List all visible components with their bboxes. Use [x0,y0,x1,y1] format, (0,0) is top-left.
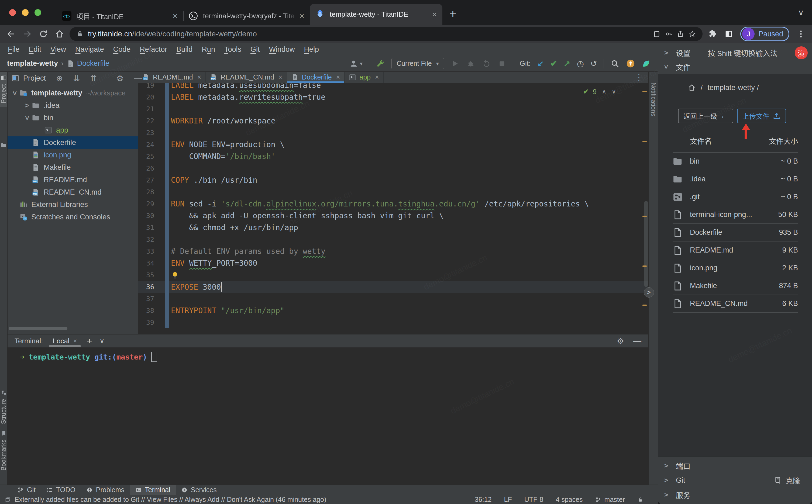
file-row[interactable]: icon.png2 KB [673,259,798,277]
panel-section[interactable]: >端口 [658,459,812,473]
close-window-button[interactable] [9,9,16,16]
menu-tools[interactable]: Tools [220,45,246,54]
tab-close-icon[interactable]: × [299,11,304,21]
url-bar[interactable]: try.titanide.cn/ide/web/coding/template-… [70,27,703,41]
code-line[interactable]: 23 [138,127,648,139]
status-item[interactable]: 4 spaces [556,496,583,503]
file-row[interactable]: README.md9 KB [673,241,798,259]
history-icon[interactable]: ◷ [577,59,584,68]
code-line[interactable]: 36EXPOSE 3000 [138,281,648,293]
code-line[interactable]: 26 [138,162,648,174]
code-line[interactable]: 33# Default ENV params used by wetty [138,245,648,257]
terminal-tab-close-icon[interactable]: × [73,337,77,345]
gear-icon[interactable]: ⚙ [116,74,123,83]
code-line[interactable]: 29RUN sed -i 's/dl-cdn.alpinelinux.org/m… [138,198,648,210]
forward-icon[interactable] [21,28,33,40]
terminal-tab-local[interactable]: Local × [50,334,79,347]
menu-build[interactable]: Build [172,45,197,54]
tab-close-icon[interactable]: × [278,73,283,81]
code-line[interactable]: 37 [138,293,648,305]
file-row[interactable]: .idea~ 0 B [673,170,798,188]
menu-file[interactable]: File [3,45,24,54]
settings-section-row[interactable]: > 设置 按 Shift 键切换输入法 演 [658,46,812,60]
tree-item[interactable]: >Scratches and Consoles [8,211,138,223]
file-row[interactable]: bin~ 0 B [673,153,798,170]
toolwindow-terminal[interactable]: Terminal [130,485,176,495]
file-manager-breadcrumb[interactable]: / template-wetty / [658,82,812,94]
code-line[interactable]: 39 [138,316,648,328]
tool-window-project-button[interactable]: Project [0,72,7,107]
editor-tab[interactable]: app× [345,72,383,83]
code-line[interactable]: 32 [138,233,648,245]
hide-panel-icon[interactable]: — [134,74,142,83]
password-key-icon[interactable] [665,30,672,38]
git-commit-icon[interactable]: ✔ [550,59,557,68]
menu-help[interactable]: Help [299,45,324,54]
status-item[interactable]: LF [504,496,512,503]
menu-view[interactable]: View [46,45,71,54]
files-section-row[interactable]: > 文件 [658,60,812,74]
menu-run[interactable]: Run [197,45,220,54]
code-line[interactable]: 27COPY ./bin /usr/bin [138,174,648,186]
home-icon[interactable] [53,28,66,40]
home-folder-icon[interactable] [688,84,696,92]
stripe-folder-icon[interactable] [0,139,7,151]
tree-item[interactable]: >External Libraries [8,198,138,211]
file-row[interactable]: Makefile874 B [673,277,798,295]
tree-item[interactable]: >app [8,124,138,136]
menu-navigate[interactable]: Navigate [71,45,109,54]
new-tab-button[interactable]: + [449,7,456,20]
tree-item[interactable]: >bin [8,112,138,124]
editor-scrollbar[interactable] [644,201,648,287]
status-message[interactable]: Externally added files can be added to G… [15,496,326,503]
code-line[interactable]: 19LABEL metadata.usesubdomain=false [138,83,648,91]
code-line[interactable]: 35 [138,269,648,281]
file-row[interactable]: terminal-icon-png...50 KB [673,206,798,224]
bookmark-star-icon[interactable] [689,30,696,38]
git-push-icon[interactable]: ↗ [564,59,570,68]
extensions-puzzle-icon[interactable] [706,28,719,40]
rerun-icon[interactable] [482,59,491,68]
editor-tab[interactable]: MDREADME_CN.md× [206,72,287,83]
tree-item[interactable]: >.idea [8,99,138,112]
code-line[interactable]: 28 [138,186,648,198]
tree-expander-icon[interactable]: > [23,113,31,123]
panel-section[interactable]: >Git克隆 [658,473,812,487]
inspection-widget[interactable]: ✔ 9 ∧ ∨ [583,87,616,96]
code-line[interactable]: 21 [138,103,648,115]
share-icon[interactable] [677,30,684,38]
code-line[interactable]: 25 COMMAND='/bin/bash' [138,150,648,162]
menu-code[interactable]: Code [109,45,135,54]
status-item[interactable]: UTF-8 [524,496,543,503]
menu-git[interactable]: Git [246,45,264,54]
tab-search-chevron-icon[interactable]: ∨ [798,8,804,17]
tree-item[interactable]: >MDREADME_CN.md [8,186,138,198]
upload-file-button[interactable]: 上传文件 [737,109,786,123]
code-line[interactable]: 30 && apk add -U openssh-client sshpass … [138,210,648,222]
tab-close-icon[interactable]: × [197,73,201,81]
browser-tab[interactable]: terminal-wetty-bwqryafz - Tita× [183,7,310,25]
tree-item[interactable]: >Makefile [8,161,138,174]
tab-close-icon[interactable]: × [375,73,379,81]
tree-expander-icon[interactable]: > [22,102,32,109]
update-available-icon[interactable] [626,59,635,68]
user-menu[interactable]: ▾ [349,59,363,68]
collapse-all-icon[interactable]: ⇈ [90,74,97,83]
tree-expander-icon[interactable]: > [11,88,19,98]
breadcrumb-project[interactable]: template-wetty [7,59,58,68]
editor-tab[interactable]: Dockerfile× [287,72,345,83]
tool-window-structure-button[interactable]: Structure [0,386,7,427]
toolwindow-todo[interactable]: TODO [41,485,81,495]
file-row[interactable]: README_CN.md6 KB [673,295,798,313]
tab-close-icon[interactable]: × [173,11,178,21]
locate-file-icon[interactable]: ⊕ [56,74,63,83]
panel-section[interactable]: >服务 [658,488,812,502]
tree-item[interactable]: >template-wetty~/workspace [8,87,138,99]
code-line[interactable]: 20LABEL metadata.rewritesubpath=true [138,91,648,103]
run-icon[interactable] [450,59,460,68]
toolwindow-services[interactable]: Services [176,485,222,495]
search-everywhere-icon[interactable] [610,59,620,68]
profile-chip[interactable]: J Paused [740,27,789,41]
rollback-icon[interactable]: ↺ [590,59,597,68]
panel-expander-button[interactable]: > [644,287,654,298]
